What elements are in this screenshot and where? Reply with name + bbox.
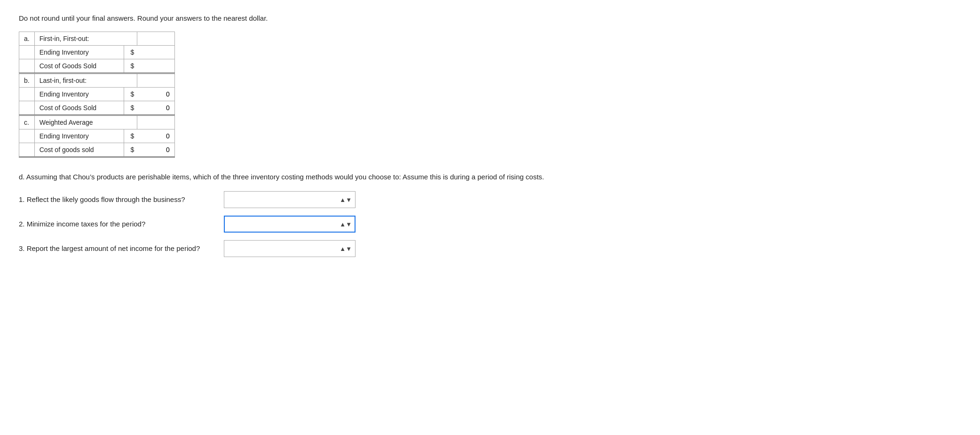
question-3-row: 3. Report the largest amount of net inco… [19,240,961,257]
row-b-cogs-input-cell[interactable] [137,101,174,115]
inventory-table: a. First-in, First-out: Ending Inventory… [19,32,175,158]
section-b-header: b. Last-in, first-out: [19,73,175,88]
questions-section: 1. Reflect the likely goods flow through… [19,191,961,257]
row-b-ei-label: Ending Inventory [34,88,124,101]
row-b-cogs-input[interactable] [138,104,170,112]
row-b-cogs-label: Cost of Goods Sold [34,101,124,115]
row-b-cogs-dollar: $ [124,101,137,115]
row-a-ei-label: Ending Inventory [34,46,124,59]
row-c-cogs-dollar: $ [124,143,137,157]
question-2-dropdown[interactable]: First-in, First-out Last-in, First-out W… [224,216,356,233]
question-1-label: 1. Reflect the likely goods flow through… [19,195,216,203]
row-c-cogs-input[interactable] [138,146,170,153]
intro-text: Do not round until your final answers. R… [19,14,961,22]
question-2-number: 2. [19,220,25,228]
row-a-cogs-input-cell[interactable] [137,59,174,73]
row-b-ei-input-cell[interactable] [137,88,174,101]
section-a-header: a. First-in, First-out: [19,32,175,46]
row-c-ei-dollar: $ [124,129,137,143]
question-2-text: Minimize income taxes for the period? [27,220,146,228]
table-row: Ending Inventory $ [19,129,175,143]
question-1-row: 1. Reflect the likely goods flow through… [19,191,961,208]
part-d-text: d. Assuming that Chou’s products are per… [19,172,961,183]
question-3-dropdown-wrapper[interactable]: First-in, First-out Last-in, First-out W… [224,240,356,257]
row-c-ei-input-cell[interactable] [137,129,174,143]
section-a-label: First-in, First-out: [34,32,137,46]
section-a-letter: a. [19,32,35,46]
question-1-dropdown-wrapper[interactable]: First-in, First-out Last-in, First-out W… [224,191,356,208]
table-row: Ending Inventory $ [19,88,175,101]
question-1-text: Reflect the likely goods flow through th… [27,195,185,203]
row-a-ei-input[interactable] [138,48,170,56]
table-row: Cost of Goods Sold $ [19,101,175,115]
section-c-label: Weighted Average [34,115,137,129]
row-b-ei-input[interactable] [138,90,170,98]
question-3-label: 3. Report the largest amount of net inco… [19,244,216,252]
question-1-number: 1. [19,195,25,203]
question-2-dropdown-wrapper[interactable]: First-in, First-out Last-in, First-out W… [224,216,356,233]
section-c-letter: c. [19,115,35,129]
section-b-label: Last-in, first-out: [34,73,137,88]
question-3-text: Report the largest amount of net income … [27,244,200,252]
row-c-cogs-label: Cost of goods sold [34,143,124,157]
question-1-dropdown[interactable]: First-in, First-out Last-in, First-out W… [224,191,356,208]
row-a-ei-input-cell[interactable] [137,46,174,59]
table-row: Cost of Goods Sold $ [19,59,175,73]
row-a-cogs-dollar: $ [124,59,137,73]
section-c-header: c. Weighted Average [19,115,175,129]
question-2-label: 2. Minimize income taxes for the period? [19,220,216,228]
section-b-letter: b. [19,73,35,88]
question-3-number: 3. [19,244,25,252]
row-c-ei-label: Ending Inventory [34,129,124,143]
row-c-cogs-input-cell[interactable] [137,143,174,157]
row-a-cogs-label: Cost of Goods Sold [34,59,124,73]
row-a-cogs-input[interactable] [138,62,170,70]
table-row: Cost of goods sold $ [19,143,175,157]
table-row: Ending Inventory $ [19,46,175,59]
row-a-ei-dollar: $ [124,46,137,59]
question-3-dropdown[interactable]: First-in, First-out Last-in, First-out W… [224,240,356,257]
row-b-ei-dollar: $ [124,88,137,101]
question-2-row: 2. Minimize income taxes for the period?… [19,216,961,233]
row-c-ei-input[interactable] [138,132,170,140]
